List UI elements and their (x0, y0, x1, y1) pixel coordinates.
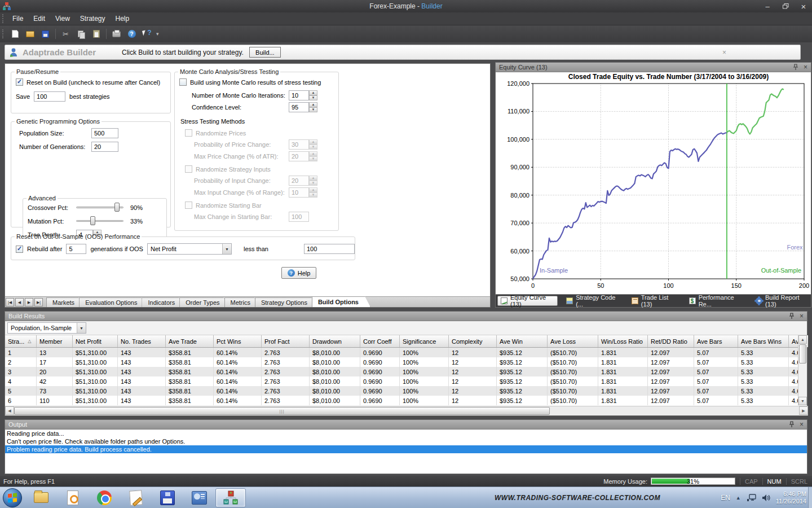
pin-icon[interactable] (788, 313, 795, 319)
column-header[interactable]: Ave Bars (694, 335, 738, 347)
toolbar-overflow-icon[interactable]: ▾ (156, 31, 159, 37)
copy-button[interactable] (74, 28, 88, 41)
output-line-selected[interactable]: Problem reading price data. Build proces… (5, 445, 807, 453)
column-header[interactable]: Ave Loss (548, 335, 598, 347)
save-button[interactable] (38, 28, 52, 41)
open-button[interactable] (23, 28, 37, 41)
table-row[interactable]: 113$51,310.00143$358.8160.14%2.763$8,010… (5, 348, 807, 357)
table-row[interactable]: 217$51,310.00143$358.8160.14%2.763$8,010… (5, 357, 807, 367)
tab-scroll-next-button[interactable]: ▶ (25, 298, 33, 306)
column-header[interactable]: Ave Trade (166, 335, 214, 347)
taskbar-notepad-button[interactable] (121, 488, 151, 507)
tab-scroll-first-button[interactable]: |◀ (6, 298, 14, 306)
scrollbar-thumb[interactable]: ||| (14, 407, 550, 415)
show-desktop-button[interactable] (808, 487, 812, 508)
reset-on-build-checkbox[interactable] (16, 78, 23, 86)
help-button[interactable]: ? (125, 28, 139, 41)
table-row[interactable]: 320$51,310.00143$358.8160.14%2.763$8,010… (5, 367, 807, 376)
tab-build-options[interactable]: Build Options (312, 296, 370, 307)
iterations-spinner[interactable]: ▲▼ (309, 90, 317, 100)
cut-button[interactable]: ✂ (59, 28, 73, 41)
mutation-slider[interactable] (76, 216, 123, 226)
randomize-prices-checkbox[interactable] (185, 129, 192, 137)
close-icon[interactable]: × (800, 422, 804, 427)
table-row[interactable]: 442$51,310.00143$358.8160.14%2.763$8,010… (5, 376, 807, 386)
iterations-input[interactable] (289, 90, 309, 100)
start-button[interactable] (3, 488, 22, 507)
network-icon[interactable] (747, 494, 756, 502)
speaker-icon[interactable] (762, 494, 770, 502)
taskbar-floppy-button[interactable] (152, 488, 183, 507)
tab-metrics[interactable]: Metrics (224, 297, 260, 307)
table-row[interactable]: 6110$51,310.00143$358.8160.14%2.763$8,01… (5, 396, 807, 405)
close-icon[interactable]: × (800, 313, 804, 319)
column-header[interactable]: Significance (400, 335, 449, 347)
oos-threshold-input[interactable] (304, 244, 355, 254)
language-indicator[interactable]: EN (721, 494, 730, 502)
restore-button[interactable] (780, 2, 791, 11)
scrollbar-thumb[interactable] (799, 344, 806, 364)
prob-input-spinner[interactable]: ▲▼ (309, 176, 317, 186)
column-header[interactable]: Drawdown (310, 335, 360, 347)
tab-evaluation-options[interactable]: Evaluation Options (79, 297, 147, 307)
column-header[interactable]: Member (37, 335, 73, 347)
tab-strategy-options[interactable]: Strategy Options (255, 297, 317, 307)
max-input-input[interactable] (289, 187, 309, 198)
build-monte-carlo-checkbox[interactable] (179, 78, 187, 86)
confidence-spinner[interactable]: ▲▼ (309, 102, 317, 112)
scroll-right-icon[interactable]: ▶ (799, 406, 808, 415)
menu-edit[interactable]: Edit (28, 13, 50, 24)
column-header[interactable]: Pct Wins (214, 335, 262, 347)
tab-markets[interactable]: Markets (46, 297, 84, 307)
column-header[interactable]: Complexity (449, 335, 497, 347)
tab-scroll-prev-button[interactable]: ◀ (15, 298, 24, 306)
max-input-spinner[interactable]: ▲▼ (309, 187, 317, 198)
pin-icon[interactable] (788, 421, 795, 428)
options-help-button[interactable]: ? Help (281, 267, 316, 279)
tab-strategy-code[interactable]: Strategy Code (... (563, 296, 623, 306)
results-horizontal-scrollbar[interactable]: ◀ ||| ▶ (5, 406, 808, 415)
tab-indicators[interactable]: Indicators (142, 297, 184, 307)
scroll-down-icon[interactable]: ▼ (798, 397, 807, 405)
prob-price-spinner[interactable]: ▲▼ (309, 139, 317, 150)
population-size-input[interactable] (91, 128, 118, 138)
rebuild-checkbox[interactable] (16, 246, 23, 253)
context-help-button[interactable]: ? (140, 28, 154, 41)
taskbar-explorer-button[interactable] (26, 488, 56, 507)
paste-button[interactable] (89, 28, 103, 41)
results-vertical-scrollbar[interactable]: ▲ ▼ (798, 335, 807, 405)
minimize-button[interactable]: – (762, 2, 773, 11)
tab-performance-report[interactable]: $Performance Re... (686, 296, 747, 306)
tab-scroll-last-button[interactable]: ▶| (34, 298, 43, 306)
column-header[interactable]: Prof Fact (262, 335, 310, 347)
taskbar-chrome-button[interactable] (89, 488, 120, 507)
column-header[interactable]: Ave Win (497, 335, 548, 347)
table-row[interactable]: 573$51,310.00143$358.8160.14%2.763$8,010… (5, 386, 807, 396)
generations-input[interactable] (91, 142, 118, 152)
tab-trade-list[interactable]: Trade List (13) (629, 296, 681, 306)
save-strategies-input[interactable] (34, 91, 65, 102)
print-button[interactable] (109, 28, 123, 41)
prob-price-input[interactable] (289, 139, 309, 150)
menu-strategy[interactable]: Strategy (75, 13, 111, 24)
column-header[interactable]: Ave Bars Wins (738, 335, 789, 347)
taskbar-search-button[interactable] (58, 488, 88, 507)
column-header[interactable]: Stra... (5, 335, 37, 347)
column-header[interactable]: Win/Loss Ratio (598, 335, 648, 347)
column-header[interactable]: Net Profit (73, 335, 118, 347)
pin-icon[interactable] (792, 64, 799, 71)
hidden-icons-chevron-icon[interactable]: ▲ (736, 495, 741, 501)
confidence-input[interactable] (289, 102, 309, 112)
menu-file[interactable]: File (7, 13, 28, 24)
prob-input-input[interactable] (289, 176, 309, 186)
new-button[interactable] (8, 28, 22, 41)
column-header[interactable]: No. Trades (118, 335, 166, 347)
randomize-inputs-checkbox[interactable] (185, 165, 192, 173)
close-icon[interactable]: × (804, 64, 807, 70)
max-price-input[interactable] (289, 151, 309, 161)
menu-view[interactable]: View (50, 13, 75, 24)
column-header[interactable]: Corr Coeff (360, 335, 400, 347)
taskbar-system-button[interactable] (184, 488, 214, 507)
oos-metric-select[interactable]: Net Profit ▼ (147, 243, 232, 255)
menu-help[interactable]: Help (111, 13, 135, 24)
